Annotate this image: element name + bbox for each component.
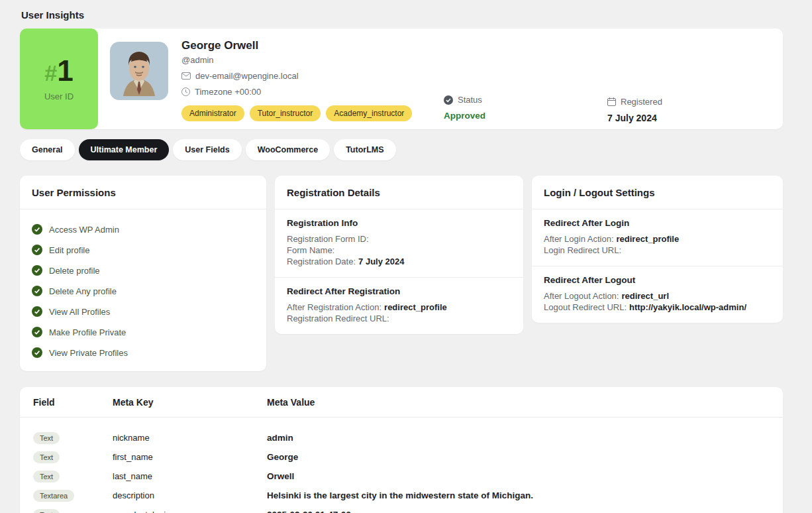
user-permissions-panel: User Permissions Access WP AdminEdit pro… bbox=[20, 176, 266, 371]
tab-user-fields[interactable]: User Fields bbox=[173, 139, 241, 160]
meta-key: nickname bbox=[113, 433, 267, 443]
permission-check-icon bbox=[32, 327, 42, 337]
permission-item-delete-profile: Delete profile bbox=[32, 265, 254, 276]
line-label: Login Redirect URL: bbox=[544, 245, 621, 255]
line-value: redirect_profile bbox=[384, 302, 447, 312]
login-logout-line-after-login-action-: After Login Action:redirect_profile bbox=[544, 233, 771, 245]
line-value: redirect_url bbox=[621, 291, 669, 301]
role-badge-administrator: Administrator bbox=[181, 105, 244, 121]
role-badge-tutor-instructor: Tutor_instructor bbox=[250, 105, 321, 121]
permission-label: Access WP Admin bbox=[49, 225, 119, 235]
calendar-icon bbox=[607, 97, 616, 106]
profile-name: George Orwell bbox=[181, 39, 412, 52]
registration-details-title: Registration Details bbox=[275, 176, 523, 209]
line-label: Registration Date: bbox=[287, 256, 356, 266]
column-header-meta-key: Meta Key bbox=[113, 397, 267, 408]
line-value: redirect_profile bbox=[617, 234, 680, 244]
login-logout-line-after-logout-action-: After Logout Action:redirect_url bbox=[544, 290, 771, 302]
user-permissions-title: User Permissions bbox=[20, 176, 266, 209]
line-label: Form Name: bbox=[287, 245, 334, 255]
registration-line-registration-form-id-: Registration Form ID: bbox=[287, 233, 511, 245]
field-type-badge: Text bbox=[33, 451, 60, 463]
field-type-badge: Textarea bbox=[33, 490, 74, 502]
meta-value: George bbox=[267, 452, 770, 462]
login-logout-title: Login / Logout Settings bbox=[532, 176, 783, 209]
user-id-block: #1 User ID bbox=[20, 28, 98, 129]
permission-label: View All Profiles bbox=[49, 307, 110, 317]
permission-label: View Private Profiles bbox=[49, 348, 128, 358]
permission-check-icon bbox=[32, 347, 42, 358]
registered-label: Registered bbox=[621, 97, 662, 107]
status-block: Status Approved bbox=[444, 95, 485, 121]
registration-details-panel: Registration Details Registration InfoRe… bbox=[275, 176, 523, 334]
meta-key: first_name bbox=[113, 452, 267, 462]
table-header-row: FieldMeta KeyMeta Value bbox=[20, 387, 783, 418]
line-value: http://yakyik.local/wp-admin/ bbox=[629, 302, 746, 312]
permission-item-edit-profile: Edit profile bbox=[32, 245, 254, 255]
login-logout-section-title: Redirect After Login bbox=[544, 218, 771, 228]
avatar bbox=[110, 42, 168, 100]
line-value: 7 July 2024 bbox=[358, 256, 404, 266]
line-label: Logout Redirect URL: bbox=[544, 302, 627, 312]
panels-row: User Permissions Access WP AdminEdit pro… bbox=[20, 176, 783, 371]
registered-block: Registered 7 July 2024 bbox=[607, 97, 662, 123]
registration-line-form-name-: Form Name: bbox=[287, 245, 511, 256]
login-logout-line-logout-redirect-url-: Logout Redirect URL:http://yakyik.local/… bbox=[544, 302, 771, 313]
meta-key: _um_last_login bbox=[113, 510, 267, 513]
tab-ultimate-member[interactable]: Ultimate Member bbox=[79, 139, 170, 160]
profile-username: @admin bbox=[181, 55, 412, 65]
role-badges: AdministratorTutor_instructorAcademy_ins… bbox=[181, 105, 412, 121]
permission-check-icon bbox=[32, 306, 42, 317]
permission-label: Delete profile bbox=[49, 266, 100, 276]
avatar-portrait-illustration bbox=[110, 42, 168, 100]
line-label: Registration Form ID: bbox=[287, 234, 369, 244]
line-label: After Logout Action: bbox=[544, 291, 619, 301]
login-logout-section-redirect-after-login: Redirect After LoginAfter Login Action:r… bbox=[532, 209, 783, 266]
user-id-label: User ID bbox=[44, 91, 74, 101]
table-row-last-name: Textlast_nameOrwell bbox=[20, 467, 783, 486]
line-label: After Login Action: bbox=[544, 234, 614, 244]
permission-label: Delete Any profile bbox=[49, 286, 117, 296]
login-logout-panel: Login / Logout Settings Redirect After L… bbox=[532, 176, 783, 323]
table-body: TextnicknameadminTextfirst_nameGeorgeTex… bbox=[20, 418, 783, 513]
registration-section-title: Registration Info bbox=[287, 218, 511, 228]
user-meta-table: FieldMeta KeyMeta Value Textnicknameadmi… bbox=[20, 387, 783, 513]
timezone-row: Timezone +00:00 bbox=[181, 87, 412, 97]
registration-sections: Registration InfoRegistration Form ID:Fo… bbox=[275, 209, 523, 334]
profile-info: George Orwell @admin dev-email@wpengine.… bbox=[181, 39, 412, 129]
profile-card: #1 User ID George Orwell @admin bbox=[20, 28, 783, 129]
meta-key: description bbox=[113, 490, 267, 500]
login-logout-sections: Redirect After LoginAfter Login Action:r… bbox=[532, 209, 783, 323]
tab-woocommerce[interactable]: WooCommerce bbox=[246, 139, 330, 160]
registered-value: 7 July 2024 bbox=[607, 113, 662, 123]
line-label: Registration Redirect URL: bbox=[287, 314, 389, 323]
table-row-description: TextareadescriptionHelsinki is the large… bbox=[20, 486, 783, 505]
permission-item-make-profile-private: Make Profile Private bbox=[32, 327, 254, 337]
user-id-value: #1 bbox=[44, 56, 73, 86]
meta-value: 2025-09-20 01:47:06 bbox=[267, 510, 770, 513]
role-badge-academy-instructor: Academy_instructor bbox=[326, 105, 412, 121]
profile-timezone: Timezone +00:00 bbox=[195, 87, 261, 97]
login-logout-line-login-redirect-url-: Login Redirect URL: bbox=[544, 245, 771, 256]
registration-section-registration-info: Registration InfoRegistration Form ID:Fo… bbox=[275, 209, 523, 278]
permission-item-view-private-profiles: View Private Profiles bbox=[32, 347, 254, 358]
tab-bar: GeneralUltimate MemberUser FieldsWooComm… bbox=[20, 139, 783, 160]
registration-section-title: Redirect After Registration bbox=[287, 286, 511, 296]
permission-check-icon bbox=[32, 224, 42, 235]
column-header-meta-value: Meta Value bbox=[267, 397, 770, 408]
status-check-icon bbox=[444, 95, 453, 105]
status-value: Approved bbox=[444, 111, 485, 121]
registration-line-after-registration-action-: After Registration Action:redirect_profi… bbox=[287, 302, 511, 313]
registration-line-registration-date-: Registration Date:7 July 2024 bbox=[287, 256, 511, 267]
permission-label: Make Profile Private bbox=[49, 327, 126, 337]
clock-icon bbox=[181, 87, 190, 96]
tab-general[interactable]: General bbox=[20, 139, 75, 160]
table-row--um-last-login: Text_um_last_login2025-09-20 01:47:06 bbox=[20, 505, 783, 513]
user-id-hash: # bbox=[44, 60, 57, 86]
login-logout-section-redirect-after-logout: Redirect After LogoutAfter Logout Action… bbox=[532, 266, 783, 323]
table-row-first-name: Textfirst_nameGeorge bbox=[20, 447, 783, 467]
permission-check-icon bbox=[32, 265, 42, 276]
registration-section-redirect-after-registration: Redirect After RegistrationAfter Registr… bbox=[275, 278, 523, 334]
tab-tutorlms[interactable]: TutorLMS bbox=[334, 139, 395, 160]
page-title: User Insights bbox=[20, 0, 783, 28]
